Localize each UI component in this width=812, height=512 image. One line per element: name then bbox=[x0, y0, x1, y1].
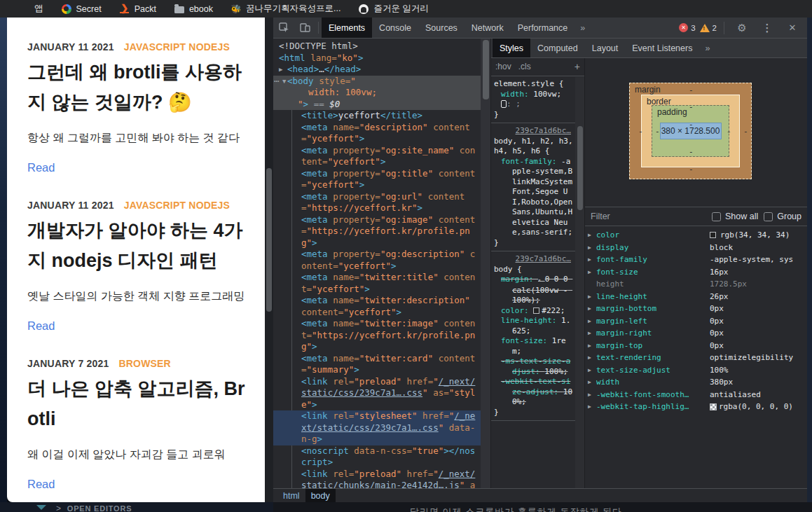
dom-node[interactable]: ⋯▼<body style=" width: 100vw; "> == $0 bbox=[273, 76, 481, 111]
box-model-value[interactable]: - bbox=[638, 127, 643, 136]
css-declaration[interactable]: font-family: -apple-system,BlinkMacSyste… bbox=[494, 157, 574, 238]
dom-node[interactable]: <title>yceffort</title> bbox=[273, 110, 481, 122]
dom-node[interactable]: <html lang="ko"> bbox=[273, 53, 481, 64]
css-declaration[interactable]: line-height: 1.625; bbox=[494, 316, 574, 336]
box-model-value[interactable]: - bbox=[760, 127, 765, 136]
sidebar-tab-event-listeners[interactable]: Event Listeners bbox=[625, 39, 699, 57]
breadcrumb-html[interactable]: html bbox=[277, 489, 305, 503]
dom-node[interactable]: <meta name="description" content="yceffo… bbox=[273, 122, 481, 145]
expand-arrow-icon[interactable]: ▶ bbox=[588, 269, 596, 275]
expand-arrow-icon[interactable]: ▶ bbox=[588, 318, 596, 324]
dom-node[interactable]: <meta property="og:description" content=… bbox=[273, 249, 481, 272]
bookmark-item[interactable]: 즐거운 일거리 bbox=[359, 3, 428, 15]
expand-arrow-icon[interactable]: ▶ bbox=[588, 305, 596, 312]
color-swatch[interactable] bbox=[533, 307, 539, 314]
computed-property-row[interactable]: ▶font-family-apple-system, sys bbox=[585, 254, 807, 266]
sidebar-tab-styles[interactable]: Styles bbox=[493, 39, 530, 57]
tab-performance[interactable]: Performance bbox=[511, 18, 575, 38]
computed-property-row[interactable]: ▶displayblock bbox=[585, 242, 807, 254]
toggle-element-state-button[interactable]: :hov bbox=[495, 62, 511, 72]
computed-property-row[interactable]: ▶width380px bbox=[585, 376, 807, 389]
box-model-value[interactable]: - bbox=[727, 127, 731, 136]
bookmark-item[interactable]: 🐝꿈나무기획자육성프로... bbox=[231, 3, 340, 15]
article-title[interactable]: 개발자가 알아야 하는 4가지 nodejs 디자인 패턴 bbox=[27, 216, 247, 276]
read-link[interactable]: Read bbox=[27, 319, 55, 333]
close-icon[interactable]: ✕ bbox=[782, 22, 803, 33]
computed-property-row[interactable]: ▶-webkit-font-smooth…antialiased bbox=[585, 389, 807, 401]
bookmark-item[interactable]: ebook bbox=[174, 4, 213, 14]
read-link[interactable]: Read bbox=[27, 478, 55, 491]
error-badge[interactable]: ✕ 3 bbox=[679, 23, 695, 32]
shorthand-arrow-icon[interactable]: ▸ bbox=[538, 277, 545, 283]
box-model-value[interactable]: - bbox=[689, 85, 694, 95]
expand-arrow-icon[interactable]: ▶ bbox=[588, 256, 596, 263]
box-model-value[interactable]: - bbox=[689, 181, 694, 191]
property-edit-cursor[interactable] bbox=[501, 100, 507, 108]
computed-property-row[interactable]: ▶line-height26px bbox=[585, 291, 807, 303]
sidebar-tab-layout[interactable]: Layout bbox=[585, 39, 626, 57]
dom-node[interactable]: <meta name="twitter:title" content="ycef… bbox=[273, 272, 481, 295]
css-declaration[interactable]: -webkit-text-size-adjust: 100%; bbox=[494, 377, 574, 408]
dom-node[interactable]: ▶<head>…</head> bbox=[273, 64, 481, 76]
css-declaration[interactable]: -ms-text-size-adjust: 100%; bbox=[494, 357, 574, 377]
sidebar-tab-computed[interactable]: Computed bbox=[530, 39, 585, 57]
computed-property-row[interactable]: ▶margin-top0px bbox=[585, 340, 807, 352]
expand-arrow-icon[interactable]: ▶ bbox=[588, 244, 596, 251]
expand-arrow-icon[interactable]: ▶ bbox=[588, 343, 596, 349]
css-declaration[interactable]: width: 100vw; bbox=[494, 90, 574, 100]
expand-arrow-icon[interactable]: ▶ bbox=[588, 379, 596, 385]
dom-node[interactable]: <meta property="og:site_name" content="y… bbox=[273, 145, 481, 168]
article-title[interactable]: 더 나은 압축 알고리즘, Brotli bbox=[27, 374, 247, 434]
show-all-checkbox[interactable]: Show all bbox=[712, 212, 758, 221]
css-declaration[interactable]: font-size: 1rem; bbox=[494, 336, 574, 357]
bookmark-item[interactable]: Secret bbox=[62, 4, 102, 14]
stylesheet-link[interactable]: 239c7a1d6bc… bbox=[494, 254, 574, 265]
elements-scrollbar[interactable] bbox=[481, 39, 490, 488]
box-model-value[interactable]: - bbox=[689, 147, 694, 156]
more-tabs-icon[interactable]: » bbox=[699, 39, 715, 57]
box-model-value[interactable]: - bbox=[689, 102, 694, 111]
rule-selector[interactable]: element.style { bbox=[494, 79, 574, 90]
expand-arrow-icon[interactable]: ▶ bbox=[588, 354, 596, 361]
css-declaration[interactable]: color: #222; bbox=[494, 306, 574, 317]
box-model-value[interactable]: - bbox=[655, 127, 660, 136]
expand-arrow-icon[interactable]: ▶ bbox=[588, 367, 596, 373]
expand-arrow-icon[interactable]: ▶ bbox=[279, 64, 282, 76]
more-tabs-icon[interactable]: » bbox=[574, 18, 591, 38]
dom-node[interactable]: <meta name="twitter:card" content="summa… bbox=[273, 353, 481, 376]
expand-arrow-icon[interactable]: ▶ bbox=[588, 403, 596, 410]
dom-node[interactable]: <link rel="preload" href="/_next/static/… bbox=[273, 376, 481, 411]
box-model-value[interactable]: - bbox=[689, 120, 694, 129]
article-tags[interactable]: BROWSER bbox=[118, 358, 171, 369]
article-title[interactable]: 그런데 왜 brotli를 사용하지 않는 것일까? 🤔 bbox=[27, 57, 247, 118]
tab-sources[interactable]: Sources bbox=[418, 18, 465, 38]
new-style-rule-button[interactable]: + bbox=[574, 62, 580, 72]
read-link[interactable]: Read bbox=[27, 161, 55, 174]
warning-badge[interactable]: 2 bbox=[700, 24, 717, 32]
expand-arrow-icon[interactable]: ▶ bbox=[588, 232, 596, 238]
computed-property-row[interactable]: height1728.5px bbox=[585, 278, 807, 291]
computed-property-row[interactable]: ▶-webkit-tap-highlig…rgba(0, 0, 0, 0) bbox=[585, 401, 807, 413]
element-classes-button[interactable]: .cls bbox=[518, 62, 531, 72]
gear-icon[interactable]: ⚙ bbox=[731, 22, 752, 34]
styles-scrollbar-thumb[interactable] bbox=[577, 126, 583, 210]
bookmark-item[interactable]: 앱 bbox=[20, 3, 43, 15]
dom-node[interactable]: <link rel="stylesheet" href="/_next/stat… bbox=[273, 410, 481, 445]
box-model-value[interactable]: - bbox=[689, 165, 694, 174]
dom-node[interactable]: <!DOCTYPE html> bbox=[273, 41, 481, 53]
article-tags[interactable]: JAVASCRIPT NODEJS bbox=[124, 200, 230, 211]
tab-network[interactable]: Network bbox=[465, 18, 511, 38]
stylesheet-link[interactable]: 239c7a1d6bc… bbox=[494, 126, 574, 137]
page-scrollbar-thumb[interactable] bbox=[266, 168, 272, 312]
computed-property-row[interactable]: ▶font-size16px bbox=[585, 266, 807, 279]
dom-node[interactable]: <meta property="og:url" content="https:/… bbox=[273, 191, 481, 214]
css-declaration[interactable]: margin: ▸ 0 0 0 calc(100vw - 100%); bbox=[494, 275, 574, 306]
dom-node[interactable]: <link rel="preload" href="/_next/static/… bbox=[273, 469, 481, 489]
expand-arrow-icon[interactable]: ▶ bbox=[588, 330, 596, 336]
expand-arrow-icon[interactable]: ▶ bbox=[588, 392, 596, 398]
article-tags[interactable]: JAVASCRIPT NODEJS bbox=[124, 41, 230, 53]
expand-arrow-icon[interactable]: ▼ bbox=[282, 76, 286, 88]
computed-property-row[interactable]: ▶margin-bottom0px bbox=[585, 303, 807, 315]
dom-node[interactable]: <meta property="og:image" content="https… bbox=[273, 214, 481, 249]
group-checkbox[interactable]: Group bbox=[764, 212, 801, 221]
